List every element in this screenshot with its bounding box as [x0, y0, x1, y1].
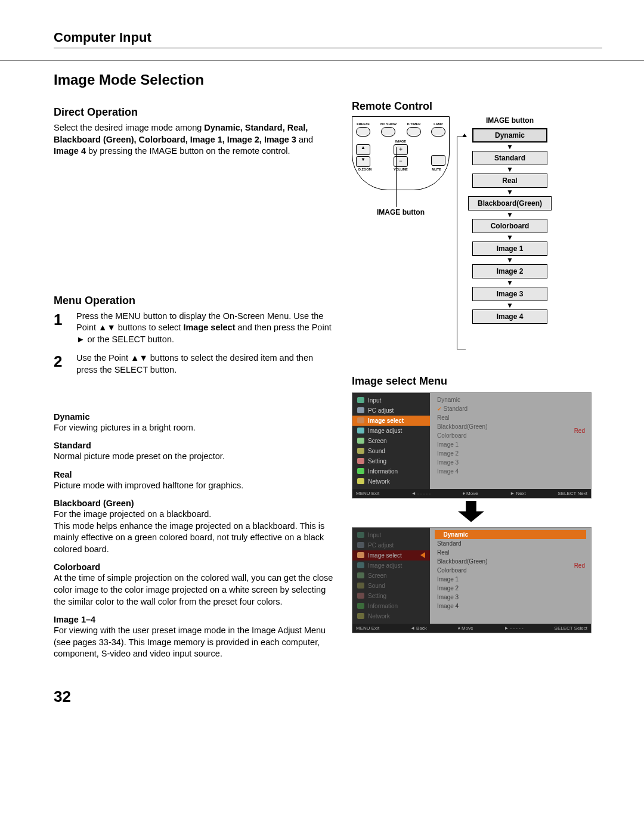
cycle-title: IMAGE button [465, 116, 555, 125]
cycle-item: Real [472, 174, 547, 188]
cycle-item: Image 4 [472, 309, 547, 324]
def-standard-t: Standard [54, 441, 334, 450]
cycle-item: Blackboard(Green) [468, 196, 552, 210]
divider [0, 60, 644, 61]
step-1: 1 Press the MENU button to display the O… [54, 311, 334, 346]
cycle-item: Image 2 [472, 264, 547, 278]
cycle-item: Image 3 [472, 287, 547, 301]
cycle-item: Colorboard [472, 219, 547, 233]
remote-callout: IMAGE button [377, 208, 425, 216]
def-blackboard-d: For the image projected on a blackboard.… [54, 509, 334, 555]
def-colorboard-t: Colorboard [54, 562, 334, 572]
section-header: Computer Input [54, 30, 602, 48]
direct-text: Select the desired image mode among Dyna… [54, 122, 334, 157]
remote-heading: Remote Control [352, 100, 602, 113]
def-dynamic-d: For viewing pictures in a bright room. [54, 422, 334, 434]
def-blackboard-t: Blackboard (Green) [54, 498, 334, 508]
page-number: 32 [54, 688, 602, 706]
image-select-heading: Image select Menu [352, 375, 602, 388]
def-real-t: Real [54, 470, 334, 479]
page-title: Image Mode Selection [54, 72, 602, 88]
image-cycle: IMAGE button Dynamic ▼ Standard ▼ Real ▼… [465, 116, 555, 324]
direct-heading: Direct Operation [54, 106, 334, 119]
def-standard-d: Normal picture mode preset on the projec… [54, 451, 334, 463]
remote-body: FREEZE NO SHOW P-TIMER LAMP IMAGE ▲▼ ＋－ [352, 116, 450, 190]
cycle-item: Dynamic [472, 128, 547, 143]
remote-diagram: FREEZE NO SHOW P-TIMER LAMP IMAGE ▲▼ ＋－ [352, 116, 602, 190]
def-colorboard-d: At the time of simple projection on the … [54, 572, 334, 608]
cycle-item: Image 1 [472, 241, 547, 256]
menu-screenshot-1: Input PC adjust Image select Image adjus… [352, 392, 592, 498]
cycle-item: Standard [472, 151, 547, 165]
def-dynamic-t: Dynamic [54, 412, 334, 422]
menu-screenshot-2: Input PC adjust Image select Image adjus… [352, 527, 592, 633]
menu-op-heading: Menu Operation [54, 295, 334, 307]
def-image14-t: Image 1–4 [54, 615, 334, 624]
step-2: 2 Use the Point ▲▼ buttons to select the… [54, 352, 334, 376]
down-arrow-icon [458, 501, 484, 522]
def-image14-d: For viewing with the user preset image m… [54, 625, 334, 660]
def-real-d: Picture mode with improved halftone for … [54, 480, 334, 492]
